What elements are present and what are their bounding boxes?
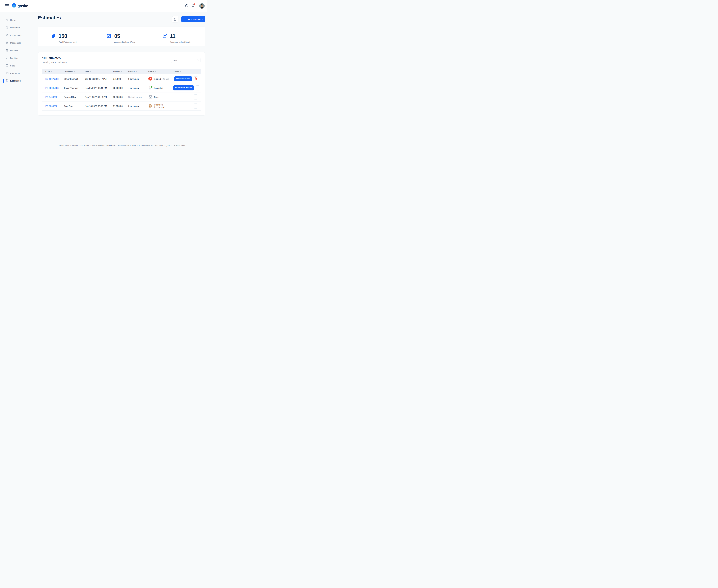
- estimate-id-link[interactable]: ES-30645663: [45, 87, 59, 89]
- action-cell: CONVERT TO INVOICE: [173, 85, 203, 90]
- action-cell: RENEW ESTIMATE: [173, 76, 201, 81]
- help-button[interactable]: ?: [185, 4, 189, 8]
- column-header-sent[interactable]: Sent: [85, 71, 113, 73]
- search-input[interactable]: [171, 58, 201, 63]
- sidebar-item-label: Messenger: [10, 42, 21, 44]
- search-box: [171, 58, 201, 63]
- hamburger-icon: [5, 4, 9, 7]
- row-menu-button[interactable]: [194, 94, 198, 100]
- user-avatar[interactable]: [199, 3, 205, 8]
- sidebar-item-messenger[interactable]: Messenger: [0, 40, 38, 46]
- sidebar-item-sites[interactable]: Sites: [0, 63, 38, 68]
- share-upload-icon: [174, 18, 177, 21]
- sidebar-item-estimates[interactable]: $ Estimates: [0, 78, 38, 84]
- estimate-id-link[interactable]: ES-18679063: [45, 78, 59, 80]
- sidebar-item-placement[interactable]: Placement: [0, 25, 38, 30]
- kebab-menu-icon: [198, 86, 198, 89]
- chat-bubble-icon: [5, 41, 9, 44]
- viewed-cell: 2 days ago: [128, 105, 148, 107]
- notifications-button[interactable]: [191, 4, 195, 8]
- sort-icon: [74, 71, 75, 72]
- row-menu-button[interactable]: [196, 85, 200, 90]
- viewed-cell: 4 days ago: [128, 87, 148, 89]
- stat-value: 11: [170, 34, 176, 39]
- estimate-id-link[interactable]: ES-24688321: [45, 96, 59, 98]
- sort-icon: [155, 71, 156, 72]
- changes-requested-link[interactable]: Changes Requested: [154, 104, 173, 108]
- row-menu-button[interactable]: [194, 104, 198, 108]
- status-cell: Expired 2d ago: [148, 77, 173, 81]
- status-ago: 2d ago: [163, 78, 169, 80]
- sidebar-item-label: Estimates: [10, 80, 21, 82]
- sidebar-item-label: Booking: [10, 57, 18, 59]
- column-header-status[interactable]: Status: [148, 71, 173, 73]
- status-label: Accepted: [154, 87, 163, 89]
- table-header-row: ID No Customer Sent Amount Viewed Status…: [42, 69, 201, 75]
- panel-title: 10 Estimates: [42, 56, 61, 60]
- sort-icon: [90, 71, 91, 72]
- table-row: ES-30645663 Oscar Thomsen Dec 25 2022 03…: [42, 83, 201, 92]
- brand-logo[interactable]: gosite: [12, 3, 28, 9]
- column-header-viewed[interactable]: Viewed: [128, 71, 148, 73]
- estimate-id-cell: ES-24688321: [42, 96, 64, 98]
- sent-cell: Jan 19 2023 01:47 PM: [85, 78, 113, 80]
- action-cell: [173, 94, 201, 100]
- help-icon: ?: [185, 4, 188, 8]
- kebab-menu-icon: [196, 105, 196, 107]
- column-header-action[interactable]: Action: [173, 71, 201, 73]
- amount-cell: $750.00: [113, 78, 128, 80]
- customer-cell: Oscar Thomsen: [64, 87, 85, 89]
- delete-button[interactable]: [194, 76, 198, 81]
- viewed-cell: Not yet viewed: [128, 96, 148, 98]
- export-button[interactable]: [172, 16, 178, 22]
- brand-name: gosite: [18, 4, 28, 8]
- sort-icon: [121, 71, 122, 72]
- table-row: ES-18679063 Elmer Schmidt Jan 19 2023 01…: [42, 75, 201, 83]
- column-header-customer[interactable]: Customer: [64, 71, 85, 73]
- copy-pages-icon: [51, 33, 56, 39]
- sort-icon: [51, 71, 53, 72]
- estimate-id-link[interactable]: ES-93688321: [45, 105, 59, 107]
- bell-icon: [191, 4, 194, 8]
- active-indicator-bar: [3, 79, 4, 83]
- stat-label: Accepted in Last Week: [114, 41, 149, 43]
- logo-pin-icon: [12, 3, 16, 9]
- calendar-icon: [5, 56, 9, 60]
- stat-accepted-week: 05 Accepted in Last Week: [94, 27, 149, 46]
- app-window: gosite ?: [0, 0, 207, 147]
- sidebar-item-reviews[interactable]: Reviews: [0, 47, 38, 53]
- convert-to-invoice-button[interactable]: CONVERT TO INVOICE: [173, 85, 194, 90]
- column-header-id[interactable]: ID No: [42, 71, 64, 73]
- credit-card-icon: [5, 71, 9, 75]
- sent-cell: Dec 11 2022 06:13 PM: [85, 96, 113, 98]
- renew-estimate-button[interactable]: RENEW ESTIMATE: [174, 76, 192, 81]
- sent-cell: Nov 14 2022 08:56 PM: [85, 105, 113, 107]
- double-checkbox-icon: [162, 33, 167, 39]
- sidebar-item-payments[interactable]: Payments: [0, 70, 38, 76]
- top-bar-actions: ?: [185, 3, 205, 8]
- contacts-people-icon: [5, 34, 9, 37]
- panel-subtitle: Showing 4 of 10 estimates: [42, 61, 67, 63]
- map-pin-icon: [5, 26, 9, 29]
- changes-requested-pencil-icon: [148, 104, 152, 108]
- hamburger-menu-button[interactable]: [4, 3, 10, 9]
- new-estimate-button[interactable]: NEW ESTIMATE: [181, 16, 205, 22]
- stat-total-estimates: 150 Total Estimates sent: [38, 27, 94, 46]
- home-icon: [5, 18, 9, 22]
- sidebar: Home Placement Contact Hub: [0, 12, 38, 147]
- status-cell: Changes Requested: [148, 104, 173, 108]
- estimates-table: ID No Customer Sent Amount Viewed Status…: [42, 69, 201, 110]
- stat-value: 150: [59, 34, 67, 39]
- svg-text:$: $: [149, 86, 150, 88]
- page-title: Estimates: [38, 15, 61, 21]
- estimate-document-icon: $: [5, 79, 9, 83]
- column-header-amount[interactable]: Amount: [113, 71, 128, 73]
- kebab-menu-icon: [196, 96, 196, 99]
- sidebar-item-contact-hub[interactable]: Contact Hub: [0, 32, 38, 38]
- main-content: Estimates NEW ESTIMATE: [38, 12, 207, 147]
- stat-label: Accepted in Last Month: [170, 41, 205, 43]
- table-row: ES-93688321 Arya Doe Nov 14 2022 08:56 P…: [42, 102, 201, 110]
- sidebar-item-home[interactable]: Home: [0, 17, 38, 23]
- amount-cell: $3,000.00: [113, 87, 128, 89]
- sidebar-item-booking[interactable]: Booking: [0, 55, 38, 61]
